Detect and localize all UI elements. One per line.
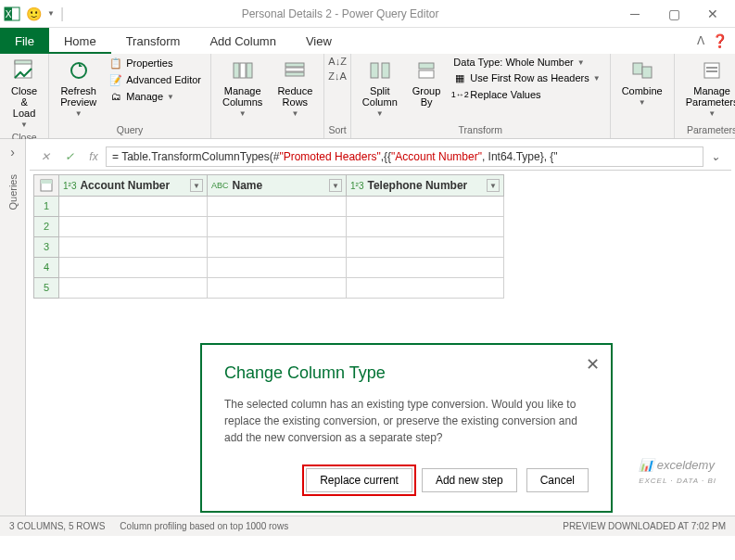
- add-column-tab[interactable]: Add Column: [195, 28, 291, 54]
- dialog-title: Change Column Type: [224, 363, 589, 383]
- svg-rect-10: [285, 68, 304, 71]
- transform-tab[interactable]: Transform: [111, 28, 196, 54]
- svg-rect-9: [285, 63, 304, 67]
- col-header-name[interactable]: ABCName▼: [208, 174, 347, 197]
- dropdown-icon: ▼: [20, 121, 28, 129]
- advanced-editor-button[interactable]: 📝Advanced Editor: [108, 72, 203, 87]
- first-row-headers-button[interactable]: ▦Use First Row as Headers ▼: [451, 70, 602, 85]
- svg-rect-8: [247, 63, 252, 78]
- grid-header-row: 1²3Account Number▼ ABCName▼ 1²3Telephone…: [33, 174, 728, 197]
- quick-access-toolbar: X 🙂 ▼ |: [4, 6, 64, 22]
- menu-right: ᐱ ❓: [697, 33, 735, 48]
- svg-rect-16: [633, 63, 642, 74]
- query-group: Refresh Preview ▼ 📋Properties 📝Advanced …: [49, 54, 211, 138]
- file-tab[interactable]: File: [0, 28, 49, 54]
- minimize-button[interactable]: ─: [616, 2, 653, 26]
- table-row: 1: [33, 197, 728, 217]
- view-tab[interactable]: View: [291, 28, 347, 54]
- replace-values-button[interactable]: 1↔2Replace Values: [451, 87, 602, 102]
- refresh-preview-button[interactable]: Refresh Preview ▼: [57, 56, 100, 120]
- sort-desc-button[interactable]: Z↓A: [328, 70, 347, 82]
- combine-group: Combine ▼: [611, 54, 675, 138]
- col-header-account[interactable]: 1²3Account Number▼: [59, 174, 208, 197]
- sort-asc-button[interactable]: A↓Z: [328, 56, 347, 67]
- add-new-step-button[interactable]: Add new step: [422, 468, 517, 492]
- title-bar: X 🙂 ▼ | Personal Details 2 - Power Query…: [0, 0, 735, 28]
- replace-current-button[interactable]: Replace current: [306, 468, 412, 492]
- group-by-button[interactable]: Group By: [409, 56, 445, 109]
- help-icon[interactable]: ❓: [712, 33, 728, 48]
- qat-dropdown-icon[interactable]: ▼: [47, 9, 55, 18]
- table-row: 3: [33, 237, 728, 258]
- transform-group: Split Column ▼ Group By Data Type: Whole…: [351, 54, 611, 138]
- dropdown-icon: ▼: [75, 109, 82, 118]
- reduce-rows-button[interactable]: Reduce Rows ▼: [273, 56, 316, 120]
- change-column-type-dialog: ✕ Change Column Type The selected column…: [200, 343, 613, 513]
- columns-group: Manage Columns ▼ Reduce Rows ▼: [211, 54, 324, 138]
- excel-icon: X: [4, 6, 20, 22]
- grid-area: ✕ ✓ fx = Table.TransformColumnTypes(#"Pr…: [26, 139, 735, 515]
- ribbon: Close & Load ▼ Close Refresh Preview ▼ 📋…: [0, 54, 735, 139]
- svg-rect-19: [706, 67, 717, 69]
- split-column-button[interactable]: Split Column ▼: [359, 56, 401, 120]
- window-title: Personal Details 2 - Power Query Editor: [64, 7, 616, 20]
- status-bar: 3 COLUMNS, 5 ROWS Column profiling based…: [0, 515, 735, 536]
- cancel-button[interactable]: Cancel: [526, 468, 589, 492]
- filter-icon[interactable]: ▼: [487, 179, 500, 192]
- status-columns: 3 COLUMNS, 5 ROWS: [9, 521, 105, 531]
- grid-corner[interactable]: [33, 174, 59, 197]
- manage-parameters-button[interactable]: Manage Parameters ▼: [682, 56, 735, 120]
- formula-input[interactable]: = Table.TransformColumnTypes(#"Promoted …: [106, 146, 703, 167]
- maximize-button[interactable]: ▢: [655, 2, 692, 26]
- window-controls: ─ ▢ ✕: [616, 2, 731, 26]
- svg-text:X: X: [6, 9, 12, 19]
- svg-rect-14: [419, 63, 434, 69]
- formula-bar: ✕ ✓ fx = Table.TransformColumnTypes(#"Pr…: [30, 143, 731, 171]
- fx-dropdown-icon[interactable]: ⌄: [703, 146, 728, 167]
- table-row: 4: [33, 258, 728, 278]
- filter-icon[interactable]: ▼: [190, 179, 203, 192]
- smiley-icon[interactable]: 🙂: [26, 6, 42, 21]
- dialog-body: The selected column has an existing type…: [224, 396, 589, 446]
- queries-sidebar: › Queries: [0, 139, 26, 515]
- fx-icon[interactable]: fx: [82, 146, 106, 167]
- home-tab[interactable]: Home: [49, 28, 111, 54]
- svg-rect-4: [15, 60, 32, 64]
- svg-rect-20: [706, 70, 717, 72]
- svg-rect-12: [371, 63, 378, 78]
- fx-enter-icon[interactable]: ✓: [57, 146, 82, 167]
- table-row: 5: [33, 278, 728, 299]
- close-load-button[interactable]: Close & Load ▼: [7, 56, 41, 131]
- svg-rect-11: [285, 72, 304, 76]
- svg-rect-7: [240, 63, 246, 78]
- close-window-button[interactable]: ✕: [694, 2, 731, 26]
- status-profiling: Column profiling based on top 1000 rows: [120, 521, 288, 531]
- dialog-close-icon[interactable]: ✕: [586, 354, 600, 375]
- svg-rect-15: [419, 70, 434, 78]
- collapse-ribbon-icon[interactable]: ᐱ: [697, 34, 704, 47]
- manage-button[interactable]: 🗂Manage ▼: [108, 89, 203, 104]
- table-row: 2: [33, 217, 728, 237]
- workspace: › Queries ✕ ✓ fx = Table.TransformColumn…: [0, 139, 735, 515]
- dialog-buttons: Replace current Add new step Cancel: [224, 468, 589, 492]
- combine-button[interactable]: Combine ▼: [618, 56, 666, 108]
- queries-label[interactable]: Queries: [7, 174, 19, 210]
- svg-rect-13: [382, 63, 389, 78]
- svg-rect-6: [234, 63, 239, 78]
- close-group: Close & Load ▼ Close: [0, 54, 49, 138]
- data-type-selector[interactable]: Data Type: Whole Number ▼: [451, 56, 602, 69]
- col-header-telephone[interactable]: 1²3Telephone Number▼: [347, 174, 504, 197]
- status-preview: PREVIEW DOWNLOADED AT 7:02 PM: [563, 521, 726, 531]
- sort-group: A↓Z Z↓A Sort: [324, 54, 351, 138]
- filter-icon[interactable]: ▼: [329, 179, 342, 192]
- parameters-group: Manage Parameters ▼ Parameters: [675, 54, 735, 138]
- svg-rect-22: [41, 180, 52, 184]
- watermark: 📊 exceldemyEXCEL · DATA · BI: [639, 458, 716, 486]
- expand-sidebar-icon[interactable]: ›: [5, 139, 20, 165]
- svg-rect-17: [642, 67, 652, 78]
- fx-cancel-icon[interactable]: ✕: [33, 146, 57, 167]
- manage-columns-button[interactable]: Manage Columns ▼: [219, 56, 266, 120]
- menu-bar: File Home Transform Add Column View ᐱ ❓: [0, 28, 735, 54]
- properties-button[interactable]: 📋Properties: [108, 56, 203, 70]
